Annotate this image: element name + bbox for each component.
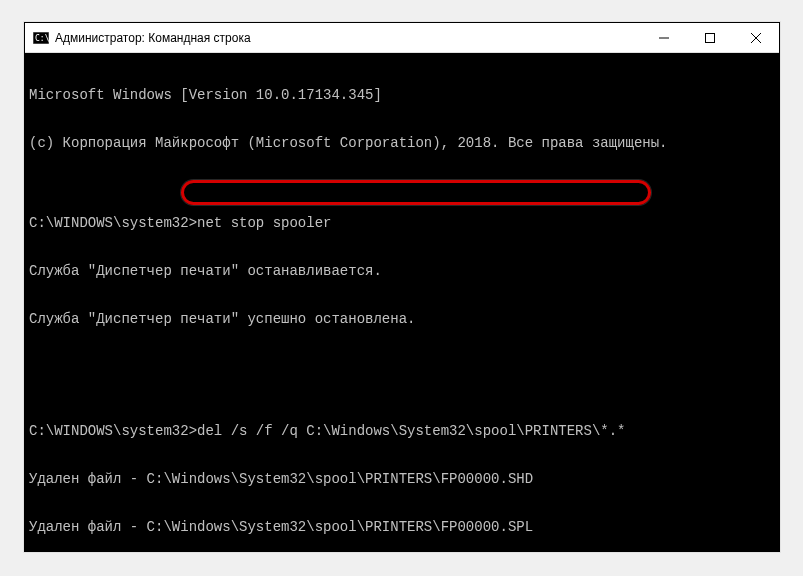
svg-text:C:\: C:\ (35, 34, 49, 43)
titlebar[interactable]: C:\ Администратор: Командная строка (25, 23, 779, 53)
console-line: Удален файл - C:\Windows\System32\spool\… (29, 471, 775, 487)
command-prompt-window: C:\ Администратор: Командная строка Micr… (24, 22, 780, 552)
console-line: Microsoft Windows [Version 10.0.17134.34… (29, 87, 775, 103)
minimize-button[interactable] (641, 23, 687, 53)
console-output[interactable]: Microsoft Windows [Version 10.0.17134.34… (25, 53, 779, 551)
svg-rect-3 (706, 34, 715, 43)
console-line: Удален файл - C:\Windows\System32\spool\… (29, 519, 775, 535)
console-line: C:\WINDOWS\system32>net stop spooler (29, 215, 775, 231)
maximize-button[interactable] (687, 23, 733, 53)
annotation-highlight (181, 180, 651, 205)
close-button[interactable] (733, 23, 779, 53)
cmd-icon: C:\ (33, 30, 49, 46)
console-line: (c) Корпорация Майкрософт (Microsoft Cor… (29, 135, 775, 151)
console-line: Служба "Диспетчер печати" успешно остано… (29, 311, 775, 327)
console-line: Служба "Диспетчер печати" останавливаетс… (29, 263, 775, 279)
window-title: Администратор: Командная строка (55, 31, 641, 45)
console-line: C:\WINDOWS\system32>del /s /f /q C:\Wind… (29, 423, 775, 439)
window-controls (641, 23, 779, 52)
